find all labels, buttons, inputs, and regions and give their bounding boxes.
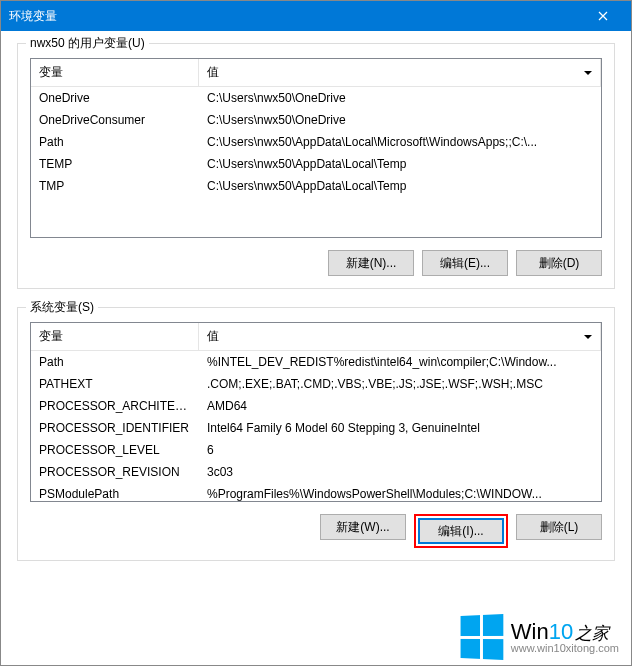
user-table[interactable]: 变量 值 OneDriveC:\Users\nwx50\OneDrive One…: [30, 58, 602, 238]
table-row[interactable]: PROCESSOR_REVISION3c03: [31, 461, 601, 483]
table-header: 变量 值: [31, 323, 601, 351]
chevron-down-icon: [584, 71, 592, 75]
table-row[interactable]: OneDriveC:\Users\nwx50\OneDrive: [31, 87, 601, 109]
table-row[interactable]: PROCESSOR_IDENTIFIERIntel64 Family 6 Mod…: [31, 417, 601, 439]
system-table-body: Path%INTEL_DEV_REDIST%redist\intel64_win…: [31, 351, 601, 502]
table-row[interactable]: OneDriveConsumerC:\Users\nwx50\OneDrive: [31, 109, 601, 131]
delete-button[interactable]: 删除(D): [516, 250, 602, 276]
table-row[interactable]: PSModulePath%ProgramFiles%\WindowsPowerS…: [31, 483, 601, 502]
close-icon[interactable]: [583, 1, 623, 31]
table-row[interactable]: PROCESSOR_LEVEL6: [31, 439, 601, 461]
user-buttons: 新建(N)... 编辑(E)... 删除(D): [30, 250, 602, 276]
table-header: 变量 值: [31, 59, 601, 87]
col-value[interactable]: 值: [199, 59, 601, 86]
system-group-label: 系统变量(S): [26, 299, 98, 316]
table-row[interactable]: PATHEXT.COM;.EXE;.BAT;.CMD;.VBS;.VBE;.JS…: [31, 373, 601, 395]
user-table-body: OneDriveC:\Users\nwx50\OneDrive OneDrive…: [31, 87, 601, 197]
table-row[interactable]: TEMPC:\Users\nwx50\AppData\Local\Temp: [31, 153, 601, 175]
highlight-annotation: 编辑(I)...: [414, 514, 508, 548]
chevron-down-icon: [584, 335, 592, 339]
watermark: Win10之家 www.win10xitong.com: [459, 615, 619, 659]
new-button[interactable]: 新建(N)...: [328, 250, 414, 276]
system-buttons: 新建(W)... 编辑(I)... 删除(L): [30, 514, 602, 548]
user-variables-group: nwx50 的用户变量(U) 变量 值 OneDriveC:\Users\nwx…: [17, 43, 615, 289]
titlebar: 环境变量: [1, 1, 631, 31]
watermark-text: Win10之家 www.win10xitong.com: [511, 620, 619, 655]
content-area: nwx50 的用户变量(U) 变量 值 OneDriveC:\Users\nwx…: [1, 31, 631, 561]
window-title: 环境变量: [9, 8, 583, 25]
windows-logo-icon: [460, 614, 503, 660]
delete-button[interactable]: 删除(L): [516, 514, 602, 540]
new-button[interactable]: 新建(W)...: [320, 514, 406, 540]
table-row[interactable]: PathC:\Users\nwx50\AppData\Local\Microso…: [31, 131, 601, 153]
col-variable[interactable]: 变量: [31, 323, 199, 350]
system-table[interactable]: 变量 值 Path%INTEL_DEV_REDIST%redist\intel6…: [30, 322, 602, 502]
table-row[interactable]: PROCESSOR_ARCHITECT...AMD64: [31, 395, 601, 417]
table-row[interactable]: Path%INTEL_DEV_REDIST%redist\intel64_win…: [31, 351, 601, 373]
edit-button[interactable]: 编辑(I)...: [418, 518, 504, 544]
user-group-label: nwx50 的用户变量(U): [26, 35, 149, 52]
col-value[interactable]: 值: [199, 323, 601, 350]
col-variable[interactable]: 变量: [31, 59, 199, 86]
system-variables-group: 系统变量(S) 变量 值 Path%INTEL_DEV_REDIST%redis…: [17, 307, 615, 561]
table-row[interactable]: TMPC:\Users\nwx50\AppData\Local\Temp: [31, 175, 601, 197]
edit-button[interactable]: 编辑(E)...: [422, 250, 508, 276]
